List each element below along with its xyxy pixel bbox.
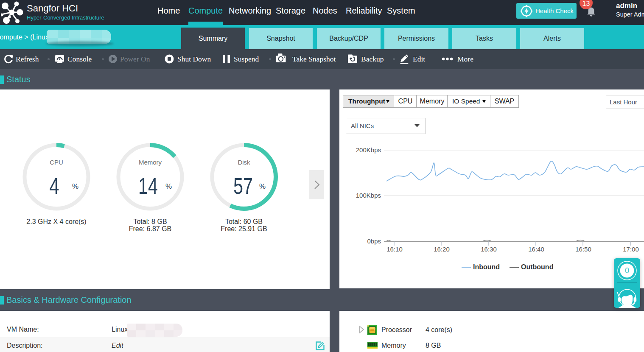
svg-text:Outbound: Outbound — [521, 263, 553, 271]
svg-text:0bps: 0bps — [367, 237, 381, 245]
svg-text:0: 0 — [625, 266, 629, 275]
svg-text:16:20: 16:20 — [434, 246, 450, 253]
svg-text:16:40: 16:40 — [528, 246, 544, 253]
svg-text:200Kbps: 200Kbps — [356, 146, 381, 154]
svg-text:16:50: 16:50 — [575, 246, 591, 253]
svg-text:100Kbps: 100Kbps — [356, 192, 381, 199]
svg-text:17:00: 17:00 — [623, 246, 639, 253]
svg-text:16:30: 16:30 — [481, 246, 497, 253]
svg-text:16:10: 16:10 — [386, 246, 403, 253]
svg-text:Inbound: Inbound — [473, 263, 500, 271]
